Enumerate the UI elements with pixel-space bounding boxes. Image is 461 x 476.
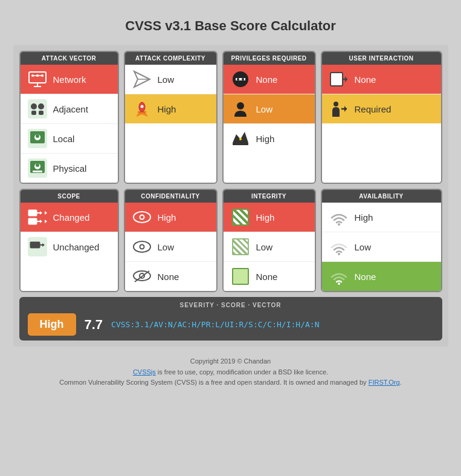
av-network[interactable]: Network (21, 65, 118, 94)
av-local[interactable]: Local (21, 124, 118, 154)
scope-changed[interactable]: Changed (21, 203, 118, 232)
network-icon (28, 70, 47, 89)
integrity-high-icon (231, 207, 250, 227)
conf-none[interactable]: None (125, 262, 216, 291)
confidentiality-section: CONFIDENTIALITY High (124, 189, 218, 292)
pr-none[interactable]: None (224, 65, 315, 94)
avail-low[interactable]: Low (322, 232, 441, 262)
ac-low[interactable]: Low (125, 65, 216, 94)
license-text: CVSSjs is free to use, copy, modificatio… (59, 367, 401, 378)
attack-vector-header: ATTACK VECTOR (21, 52, 118, 65)
ui-none-label: None (355, 74, 376, 85)
svg-rect-32 (330, 73, 343, 86)
svg-rect-46 (30, 242, 40, 248)
eye-low-icon (132, 237, 152, 256)
integ-low[interactable]: Low (224, 232, 315, 262)
scope-changed-label: Changed (53, 212, 90, 223)
cvssjs-link[interactable]: CVSSjs (133, 368, 156, 376)
svg-point-16 (36, 163, 39, 167)
pr-high-label: High (256, 134, 275, 144)
svg-point-31 (239, 138, 242, 140)
eye-icon (132, 207, 152, 227)
scope-unchanged-icon (28, 237, 47, 256)
paper-plane-icon (132, 70, 152, 89)
av-physical[interactable]: Physical (21, 154, 118, 183)
svg-rect-0 (29, 72, 46, 83)
svg-point-35 (334, 102, 338, 106)
scope-section: SCOPE Changed (19, 189, 119, 292)
integrity-none-icon (231, 267, 250, 286)
ac-low-label: Low (158, 74, 175, 85)
av-network-label: Network (53, 74, 86, 85)
wifi-none-icon (329, 267, 349, 286)
attack-vector-section: ATTACK VECTOR Network (19, 51, 119, 184)
conf-low[interactable]: Low (125, 232, 216, 262)
svg-point-27 (242, 78, 244, 80)
conf-low-label: Low (158, 242, 175, 252)
cvssjs-suffix: is free to use, copy, modification under… (156, 368, 328, 376)
integ-none[interactable]: None (224, 262, 315, 291)
avail-high[interactable]: High (322, 203, 441, 232)
first-link[interactable]: FIRST.Org (369, 379, 400, 386)
ninja-icon (231, 70, 250, 89)
user-interaction-section: USER INTERACTION None (321, 51, 442, 184)
svg-point-22 (140, 105, 143, 108)
svg-marker-29 (233, 132, 248, 143)
physical-icon (28, 158, 47, 178)
first-text: Common Vulnerability Scoring System (CVS… (59, 377, 401, 388)
wifi-low-icon (329, 237, 349, 256)
person-arrow-icon (329, 99, 349, 119)
integ-none-label: None (256, 272, 278, 282)
privileges-required-section: PRIVILEGES REQUIRED None (222, 51, 316, 184)
svg-marker-48 (42, 243, 45, 247)
conf-none-label: None (158, 272, 179, 282)
svg-point-54 (140, 246, 143, 249)
availability-header: AVAILABILITY (322, 190, 441, 203)
scope-changed-icon (28, 207, 47, 227)
ui-none[interactable]: None (322, 65, 441, 94)
integ-high[interactable]: High (224, 203, 315, 232)
svg-rect-17 (33, 171, 42, 172)
avail-high-label: High (355, 212, 373, 223)
scope-unchanged-label: Unchanged (53, 242, 100, 252)
wifi-icon (329, 207, 349, 227)
arrow-right-box-icon (329, 70, 349, 89)
row2: SCOPE Changed (19, 189, 442, 292)
svg-rect-41 (28, 218, 37, 224)
eye-none-icon (132, 267, 152, 286)
svg-rect-30 (233, 143, 248, 145)
pr-low[interactable]: Low (224, 94, 315, 124)
severity-score: 7.7 (85, 317, 103, 333)
integrity-section: INTEGRITY High Low None (222, 189, 316, 292)
copyright-text: Copyright 2019 © Chandan (59, 356, 401, 367)
footer: Copyright 2019 © Chandan CVSSjs is free … (59, 356, 401, 388)
svg-point-59 (338, 253, 340, 255)
ac-high[interactable]: High (125, 94, 216, 123)
svg-rect-38 (28, 210, 37, 216)
row1: ATTACK VECTOR Network (19, 51, 442, 184)
attack-complexity-section: ATTACK COMPLEXITY Low (124, 51, 218, 184)
confidentiality-header: CONFIDENTIALITY (125, 190, 216, 203)
svg-point-60 (338, 282, 340, 285)
svg-point-51 (140, 216, 143, 219)
svg-marker-44 (45, 211, 47, 215)
avail-none[interactable]: None (322, 262, 441, 291)
scope-unchanged[interactable]: Unchanged (21, 232, 118, 261)
svg-rect-9 (31, 111, 36, 115)
severity-badge: High (28, 313, 76, 336)
ui-required[interactable]: Required (322, 94, 441, 123)
severity-section-label: SEVERITY · SCORE · VECTOR (28, 302, 434, 308)
crown-icon (231, 129, 250, 148)
conf-high[interactable]: High (125, 203, 216, 232)
av-adjacent[interactable]: Adjacent (21, 94, 118, 124)
avail-none-label: None (355, 272, 376, 282)
availability-section: AVAILABILITY High (321, 189, 442, 292)
svg-point-13 (36, 134, 39, 138)
pr-high[interactable]: High (224, 124, 315, 153)
rocket-icon (132, 99, 152, 119)
avail-low-label: Low (355, 242, 372, 252)
ac-high-label: High (158, 104, 176, 114)
pr-low-label: Low (256, 104, 273, 114)
integ-high-label: High (256, 212, 275, 223)
svg-point-28 (237, 102, 244, 109)
